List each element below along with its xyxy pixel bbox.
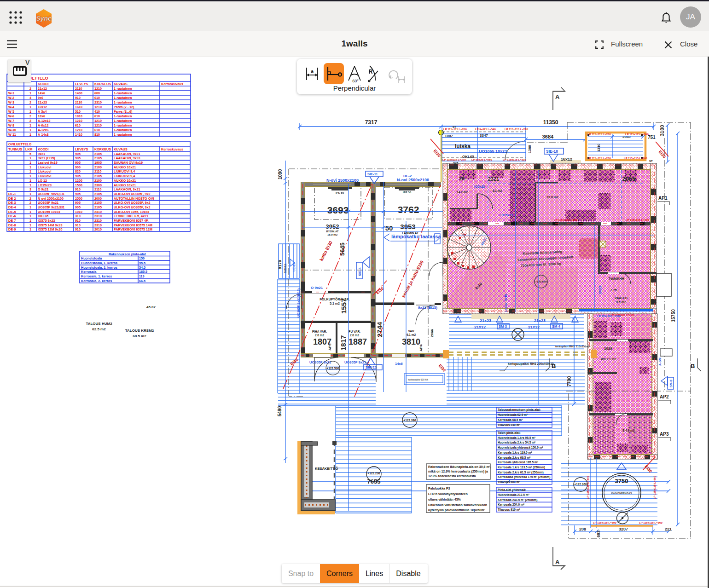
svg-text:AUKKO 10x21: AUKKO 10x21 [114,179,136,183]
svg-text:+122.386: +122.386 [403,419,416,422]
svg-text:W-8: W-8 [8,123,14,127]
svg-text:1010: 1010 [75,210,82,214]
svg-text:W-10: W-10 [8,128,16,132]
svg-text:PARVEKEOVI IO575 14M: PARVEKEOVI IO575 14M [114,223,152,227]
svg-text:TALOUS HUM2: TALOUS HUM2 [86,322,112,326]
svg-text:seinät ja katto EI30: seinät ja katto EI30 [401,259,424,299]
svg-text:UO1055 10x23: UO1055 10x23 [38,210,60,214]
svg-text:O 9x21: O 9x21 [38,187,49,191]
svg-text:3684: 3684 [542,134,554,139]
svg-text:2105: 2105 [94,201,102,205]
svg-text:Tilavuus 910 m³: Tilavuus 910 m³ [498,508,520,511]
svg-text:koolausjako 600 k/k: koolausjako 600 k/k [408,378,428,381]
svg-text:1: 1 [29,219,31,223]
svg-text:LP 115x115 L=200: LP 115x115 L=200 [554,219,577,221]
svg-text:LO15x23: LO15x23 [500,213,513,217]
svg-text:3762: 3762 [398,204,419,215]
svg-text:lämpökatko laatassa: lämpökatko laatassa [391,234,441,239]
svg-text:1: 1 [29,223,31,227]
svg-text:2105: 2105 [94,152,102,156]
svg-text:1210: 1210 [75,119,82,123]
svg-text:14.2 m2: 14.2 m2 [457,190,468,194]
svg-text:905: 905 [75,174,81,178]
svg-text:1400: 1400 [75,91,82,95]
svg-text:2310: 2310 [94,223,102,227]
svg-text:KORKEUS: KORKEUS [94,82,111,86]
svg-text:Tilavuus 600 m³: Tilavuus 600 m³ [498,480,520,484]
svg-text:LO15x23: LO15x23 [38,183,52,187]
svg-text:LP 115x115 L=260: LP 115x115 L=260 [587,157,611,160]
svg-text:LP 115x115 L=200: LP 115x115 L=200 [626,219,649,221]
svg-text:2066: 2066 [430,329,434,337]
svg-text:2100: 2100 [94,179,102,183]
svg-text:9x6: 9x6 [453,161,459,165]
svg-text:2744: 2744 [376,322,384,337]
svg-text:Kerrosala 2.krs 61.5 m² (250mm: Kerrosala 2.krs 61.5 m² (250mm) [498,471,544,474]
svg-text:2: 2 [29,196,31,201]
svg-text:LP 115x115 L=300: LP 115x115 L=300 [587,476,589,499]
svg-text:1: 1 [29,210,31,214]
svg-text:810: 810 [94,133,100,137]
svg-text:5.1 m2: 5.1 m2 [330,302,340,305]
svg-text:2110: 2110 [94,169,102,173]
svg-text:4: 4 [29,96,31,100]
svg-text:ULKO-OVI UO305F, 9x2: ULKO-OVI UO305F, 9x2 [114,201,151,205]
svg-text:DE-6: DE-6 [8,214,16,218]
svg-text:1: 1 [29,214,31,218]
svg-text:TUNNUS: TUNNUS [8,147,22,151]
svg-text:5490: 5490 [277,406,282,416]
svg-text:910: 910 [75,96,81,100]
svg-text:SAUNAN OVI 9x19: SAUNAN OVI 9x19 [114,161,143,165]
svg-text:UO305F 9x21: UO305F 9x21 [38,201,58,205]
svg-text:KESÄKEITTIÖ: KESÄKEITTIÖ [315,467,338,471]
svg-text:VAR: VAR [408,329,414,333]
svg-text:2.6 m2: 2.6 m2 [315,334,325,337]
svg-text:1: 1 [29,192,31,196]
svg-text:UE-13: UE-13 [292,263,296,271]
svg-text:1210: 1210 [94,105,102,109]
svg-text:Kerrosalaa yhteensä 175 m² (25: Kerrosalaa yhteensä 175 m² (250mm) [498,475,551,479]
svg-text:310: 310 [75,214,81,218]
svg-text:DE-2: DE-2 [403,174,412,178]
svg-text:IO575 12M 9x20: IO575 12M 9x20 [38,227,63,231]
svg-text:LAAKAOVI, 9x23: LAAKAOVI, 9x23 [114,156,140,160]
svg-text:Huoneistoala, 1. kerros: Huoneistoala, 1. kerros [81,261,117,265]
svg-text:B: B [552,363,556,369]
svg-text:21x12: 21x12 [528,325,540,329]
svg-text:68.5 m2: 68.5 m2 [133,334,146,338]
svg-text:SM-4: SM-4 [552,324,561,329]
svg-text:SIE-11: SIE-11 [367,172,378,176]
svg-text:Huoneistoala 1.krs 95.5 m²: Huoneistoala 1.krs 95.5 m² [498,436,536,439]
svg-text:185.5: 185.5 [139,270,147,274]
svg-text:N-ovi 2500x2100: N-ovi 2500x2100 [326,178,359,183]
svg-text:W-1: W-1 [8,91,14,95]
svg-text:W-4: W-4 [8,105,14,109]
svg-text:OVILUETTELO: OVILUETTELO [8,142,32,146]
svg-text:14x6: 14x6 [395,362,403,366]
svg-text:16x12: 16x12 [38,105,47,109]
svg-text:2105: 2105 [94,174,102,178]
svg-text:905: 905 [75,201,81,205]
svg-text:SIE-13: SIE-13 [366,365,377,369]
svg-text:910: 910 [75,219,81,223]
svg-text:610: 610 [94,114,100,118]
svg-text:oltava vähintään 45%: oltava vähintään 45% [428,498,461,501]
svg-text:Kerrosala 68.5 m²: Kerrosala 68.5 m² [498,418,523,421]
svg-text:21x23: 21x23 [38,100,47,104]
svg-text:ST: ST [649,160,653,162]
svg-text:2055: 2055 [622,175,636,182]
svg-text:9170: 9170 [278,260,282,269]
svg-text:LIUKUOVI 9,4: LIUKUOVI 9,4 [114,169,135,173]
svg-text:ST: ST [453,126,456,128]
svg-text:TekN/KHH: TekN/KHH [609,277,624,280]
svg-text:AP1: AP1 [658,196,668,201]
svg-text:9x21 (EI15): 9x21 (EI15) [38,156,55,160]
svg-text:Rakennuksen pinta-alat: Rakennuksen pinta-alat [109,252,146,256]
svg-text:A-14x8: A-14x8 [38,133,49,137]
svg-text:A-6x12: A-6x12 [38,123,49,127]
svg-text:9x6: 9x6 [38,96,43,100]
svg-text:2105: 2105 [94,205,102,209]
svg-text:POLKUPYÖRÄVAR.: POLKUPYÖRÄVAR. [320,297,350,301]
svg-text:9x21 (EI15): 9x21 (EI15) [418,306,437,310]
svg-text:1: 1 [29,174,31,178]
